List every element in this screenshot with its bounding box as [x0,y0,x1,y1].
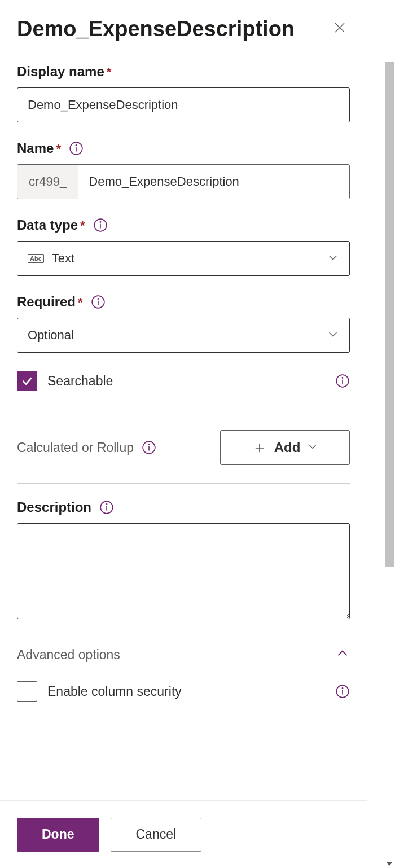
svg-point-10 [98,299,98,299]
advanced-options-toggle[interactable]: Advanced options [17,646,350,663]
column-properties-panel: Demo_ExpenseDescription Display name* Na… [0,0,367,799]
display-name-label: Display name* [17,64,111,80]
required-indicator: * [80,218,85,233]
enable-column-security-checkbox[interactable] [17,681,37,702]
calculated-rollup-info-icon[interactable] [142,440,156,455]
advanced-options-label: Advanced options [17,647,120,663]
plus-icon: ＋ [252,437,267,458]
svg-point-13 [342,378,343,378]
scrollbar[interactable] [384,0,395,868]
add-button[interactable]: ＋ Add [220,430,350,465]
cancel-button[interactable]: Cancel [111,818,202,852]
searchable-info-icon[interactable] [335,374,350,388]
calculated-rollup-label: Calculated or Rollup [17,440,134,455]
chevron-up-icon [335,646,350,663]
name-prefix: cr499_ [17,165,78,199]
calculated-rollup-row: Calculated or Rollup ＋ Add [17,430,350,465]
divider [17,483,350,484]
name-field: Name* cr499_ [17,141,350,199]
description-textarea[interactable] [17,523,350,619]
description-label: Description [17,499,91,515]
text-type-icon: Abc [28,254,44,263]
chevron-down-icon [327,251,339,266]
chevron-down-icon [327,328,339,343]
description-info-icon[interactable] [99,500,114,515]
required-indicator: * [56,142,61,156]
panel-title: Demo_ExpenseDescription [17,17,295,41]
name-input[interactable] [78,165,349,199]
enable-column-security-info-icon[interactable] [335,684,350,699]
name-input-row: cr499_ [17,164,350,199]
required-info-icon[interactable] [91,295,106,309]
required-label: Required* [17,294,83,310]
enable-column-security-label: Enable column security [47,684,182,699]
svg-point-4 [76,145,76,146]
searchable-label: Searchable [47,374,113,389]
data-type-field: Data type* Abc Text [17,217,350,276]
searchable-checkbox[interactable] [17,371,37,391]
data-type-select[interactable]: Abc Text [17,241,350,276]
enable-column-security-row: Enable column security [17,681,350,702]
searchable-row: Searchable [17,371,350,391]
description-field: Description [17,499,350,621]
close-icon [333,21,346,34]
data-type-info-icon[interactable] [93,218,108,233]
data-type-label: Data type* [17,217,85,233]
close-button[interactable] [330,17,350,41]
required-indicator: * [107,65,112,79]
required-select[interactable]: Optional [17,318,350,353]
svg-point-16 [148,444,149,445]
svg-point-19 [106,504,107,505]
required-field: Required* Optional [17,294,350,353]
panel-header: Demo_ExpenseDescription [17,17,350,41]
done-button[interactable]: Done [17,818,99,852]
chevron-down-icon [307,440,318,455]
svg-point-22 [342,688,343,689]
add-button-label: Add [274,440,301,455]
required-value: Optional [28,328,74,343]
scroll-down-icon[interactable] [386,862,393,866]
panel-footer: Done Cancel [0,800,367,868]
display-name-field: Display name* [17,64,350,122]
name-label: Name* [17,141,61,156]
divider [17,414,350,414]
display-name-input[interactable] [17,87,350,122]
name-info-icon[interactable] [69,141,84,156]
svg-point-7 [100,222,100,222]
data-type-value: Text [52,251,74,266]
required-indicator: * [78,295,83,309]
scrollbar-thumb[interactable] [385,62,394,567]
